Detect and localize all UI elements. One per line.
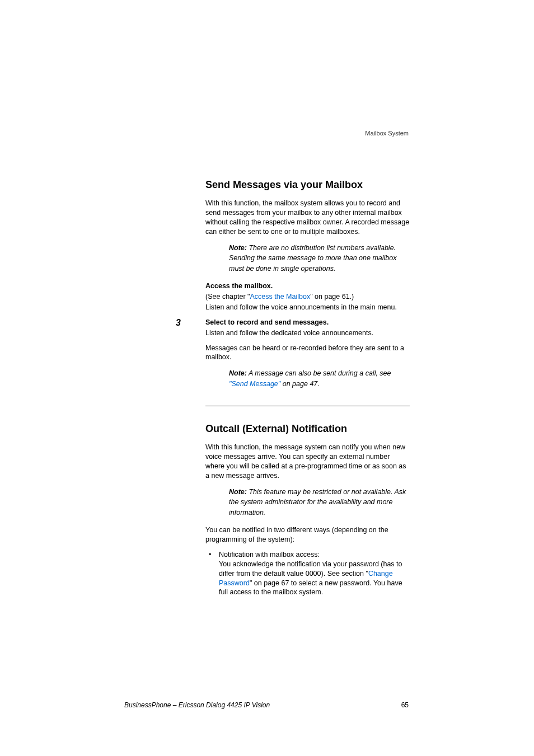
step-3-marker: 3 [176,318,181,328]
bullet-dot-icon: • [209,550,211,560]
note1-label: Note: [229,244,247,252]
note3-label: Note: [229,488,247,496]
note3-text: This feature may be restricted or not av… [229,488,406,517]
bullet-1: • Notification with mailbox access: You … [205,550,410,597]
step-3-block: 3 Select to record and send messages. Li… [205,318,410,389]
access-mailbox-listen: Listen and follow the voice announcement… [205,303,410,312]
bullet-1-line1: Notification with mailbox access: [219,550,410,560]
ref-prefix: (See chapter " [205,293,250,300]
footer-product: BusinessPhone – Ericsson Dialog 4425 IP … [124,701,270,709]
header-section: Mailbox System [365,130,409,137]
section1-title: Send Messages via your Mailbox [205,179,410,191]
step-3-listen: Listen and follow the dedicated voice an… [205,328,410,338]
page-content: Send Messages via your Mailbox With this… [205,179,410,597]
page-footer: BusinessPhone – Ericsson Dialog 4425 IP … [124,701,409,709]
note-block-3: Note: This feature may be restricted or … [229,486,410,518]
section-divider [205,406,410,406]
send-message-link[interactable]: "Send Message" [229,380,280,388]
section2-title: Outcall (External) Notification [205,423,410,435]
note2-label: Note: [229,369,247,377]
access-mailbox-link[interactable]: Access the Mailbox [250,293,310,300]
ref-suffix: " on page 61.) [310,293,354,300]
page-number: 65 [401,701,409,709]
access-mailbox-bold: Access the mailbox. [205,281,410,291]
note-block-2: Note: A message can also be sent during … [229,368,410,389]
bullet-1-body: You acknowledge the notification via you… [219,560,410,598]
note-block-1: Note: There are no distribution list num… [229,242,410,274]
section2-ways: You can be notified in two different way… [205,525,410,544]
section1-intro: With this function, the mailbox system a… [205,199,410,237]
step-3-para2: Messages can be heard or re-recorded bef… [205,344,410,363]
section2-intro: With this function, the message system c… [205,443,410,481]
note2-text-a: A message can also be sent during a call… [247,369,391,377]
note1-text: There are no distribution list numbers a… [229,244,396,273]
step-3-bold: Select to record and send messages. [205,318,410,327]
note2-text-b: on page 47. [280,380,320,388]
access-mailbox-step: Access the mailbox. (See chapter "Access… [205,281,410,312]
access-mailbox-refline: (See chapter "Access the Mailbox" on pag… [205,292,410,302]
